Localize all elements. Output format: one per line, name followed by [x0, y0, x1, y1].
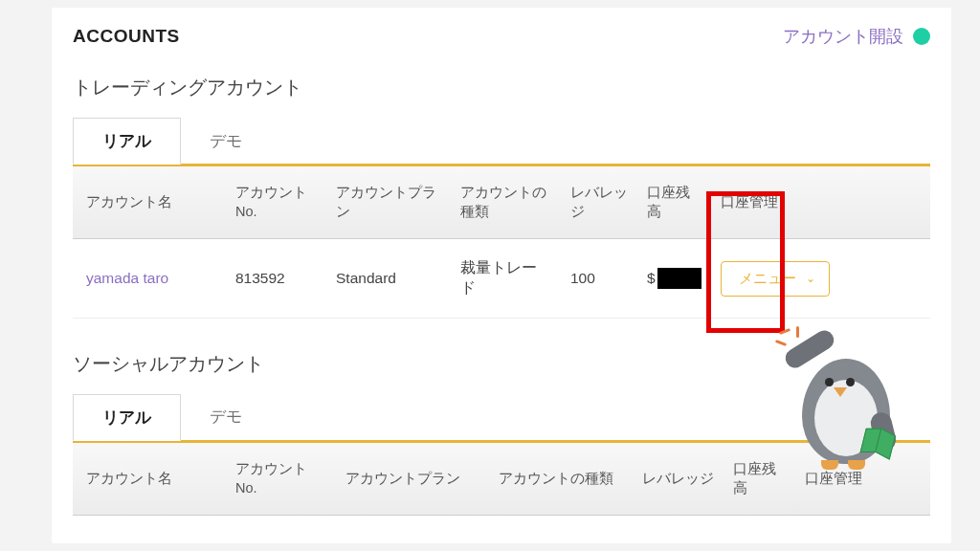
account-name-link[interactable]: yamada taro	[86, 270, 168, 286]
col-plan: アカウントプラン	[326, 166, 451, 239]
menu-label: メニュー	[739, 270, 796, 288]
social-section-title: ソーシャルアカウント	[73, 351, 930, 377]
trading-section: トレーディングアカウント リアル デモ アカウント名 アカウントNo. アカウン…	[73, 75, 930, 319]
col-name-s: アカウント名	[73, 443, 226, 516]
tab-real[interactable]: リアル	[73, 118, 181, 165]
col-plan-s: アカウントプラン	[336, 443, 489, 516]
trading-tabs: リアル デモ	[73, 118, 930, 166]
table-row: yamada taro 813592 Standard 裁量トレード 100 $…	[73, 239, 930, 319]
trading-table: アカウント名 アカウントNo. アカウントプラン アカウントの種類 レバレッジ …	[73, 166, 930, 319]
col-type: アカウントの種類	[451, 166, 561, 239]
col-manage-s: 口座管理	[795, 443, 930, 516]
account-no: 813592	[226, 239, 326, 319]
col-manage: 口座管理	[711, 166, 930, 239]
tab-demo[interactable]: デモ	[181, 118, 271, 164]
accounts-card: ACCOUNTS アカウント開設 トレーディングアカウント リアル デモ アカウ…	[52, 8, 951, 543]
balance-currency: $	[647, 269, 656, 289]
social-section: ソーシャルアカウント リアル デモ アカウント名 アカウントNo. アカウントプ…	[73, 351, 930, 516]
social-table: アカウント名 アカウントNo. アカウントプラン アカウントの種類 レバレッジ …	[73, 443, 930, 516]
col-leverage: レバレッジ	[561, 166, 637, 239]
trading-section-title: トレーディングアカウント	[73, 75, 930, 100]
account-balance: $	[637, 239, 711, 319]
create-account-link[interactable]: アカウント開設	[783, 25, 930, 48]
social-tabs: リアル デモ	[73, 394, 930, 443]
col-balance: 口座残高	[637, 166, 711, 239]
tab-demo-social[interactable]: デモ	[181, 394, 271, 440]
col-no-s: アカウントNo.	[226, 443, 336, 516]
col-no: アカウントNo.	[226, 166, 326, 239]
header: ACCOUNTS アカウント開設	[73, 25, 930, 48]
tab-real-social[interactable]: リアル	[73, 394, 181, 441]
page-title: ACCOUNTS	[73, 26, 180, 47]
col-name: アカウント名	[73, 166, 226, 239]
col-type-s: アカウントの種類	[489, 443, 633, 516]
account-type: 裁量トレード	[451, 239, 561, 319]
create-account-label: アカウント開設	[783, 25, 903, 48]
account-leverage: 100	[561, 239, 637, 319]
chevron-down-icon: ⌄	[806, 272, 815, 285]
col-balance-s: 口座残高	[724, 443, 795, 516]
status-dot-icon	[913, 28, 930, 45]
manage-menu-button[interactable]: メニュー ⌄	[721, 261, 830, 297]
account-plan: Standard	[326, 239, 451, 319]
col-leverage-s: レバレッジ	[633, 443, 724, 516]
balance-redacted	[657, 268, 702, 289]
